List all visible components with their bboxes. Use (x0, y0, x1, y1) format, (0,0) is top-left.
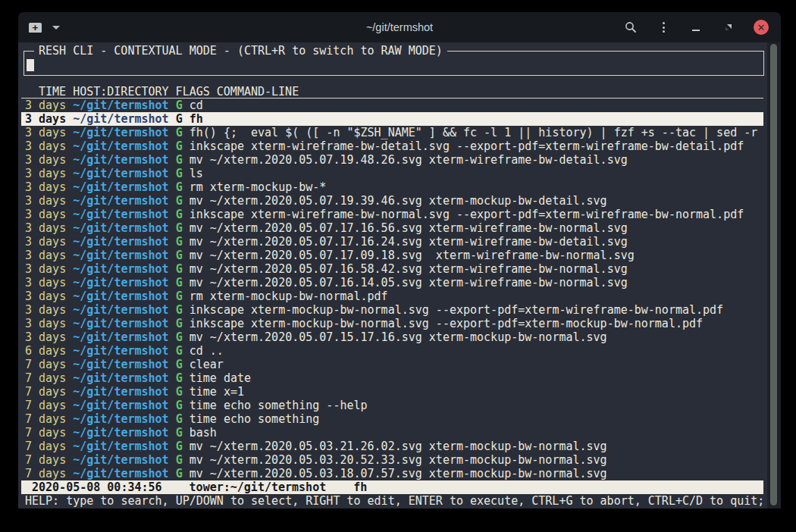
history-row[interactable]: 7 days ~/git/termshot G time echo someth… (21, 412, 763, 426)
titlebar[interactable]: + ~/git/termshot (18, 12, 781, 42)
history-row[interactable]: 3 days ~/git/termshot G mv ~/xterm.2020.… (21, 262, 763, 276)
status-bar: 2020-05-08 00:34:56tower:~/git/termshotf… (21, 480, 763, 494)
row-time: 7 days (25, 453, 66, 467)
history-row[interactable]: 7 days ~/git/termshot G time echo someth… (21, 399, 763, 412)
scrollbar-track[interactable] (767, 42, 781, 509)
row-time: 6 days (25, 344, 66, 358)
row-directory: ~/git/termshot (73, 194, 168, 208)
history-row[interactable]: 3 days ~/git/termshot G inkscape xterm-m… (21, 317, 763, 330)
row-directory: ~/git/termshot (73, 426, 168, 440)
row-time: 7 days (25, 385, 66, 399)
row-flags: G (176, 126, 183, 139)
row-flags: G (176, 262, 183, 276)
row-directory: ~/git/termshot (73, 235, 168, 249)
row-command: fh (190, 112, 203, 126)
history-row[interactable]: 3 days ~/git/termshot G ls (21, 167, 763, 180)
history-row[interactable]: 7 days ~/git/termshot G bash (21, 426, 763, 440)
row-command: ls (190, 167, 203, 180)
row-flags: G (176, 112, 183, 126)
row-flags: G (176, 180, 183, 194)
search-box-title: RESH CLI - CONTEXTUAL MODE - (CTRL+R to … (34, 44, 447, 58)
row-command: bash (190, 426, 217, 440)
row-directory: ~/git/termshot (73, 153, 168, 167)
history-row[interactable]: 3 days ~/git/termshot G inkscape xterm-w… (21, 208, 763, 221)
row-directory: ~/git/termshot (73, 167, 168, 180)
history-row[interactable]: 3 days ~/git/termshot G mv ~/xterm.2020.… (21, 153, 763, 167)
status-location: tower:~/git/termshot (190, 480, 327, 494)
scrollbar-thumb[interactable] (770, 44, 777, 505)
row-directory: ~/git/termshot (73, 412, 168, 426)
row-flags: G (176, 139, 183, 153)
history-row[interactable]: 3 days ~/git/termshot G mv ~/xterm.2020.… (21, 249, 763, 262)
chevron-down-icon[interactable] (52, 26, 60, 30)
row-command: time x=1 (190, 385, 244, 399)
history-row[interactable]: 7 days ~/git/termshot G time x=1 (21, 385, 763, 399)
row-command: cd (190, 99, 203, 112)
row-flags: G (176, 235, 183, 249)
row-command: mv ~/xterm.2020.05.07.19.48.26.svg xterm… (190, 153, 628, 167)
row-time: 3 days (25, 249, 66, 262)
row-command: rm xterm-mockup-bw-* (190, 180, 327, 194)
history-row[interactable]: 3 days ~/git/termshot G mv ~/xterm.2020.… (21, 276, 763, 289)
row-flags: G (176, 385, 183, 399)
history-row[interactable]: 7 days ~/git/termshot G time date (21, 371, 763, 385)
row-command: mv ~/xterm.2020.05.07.16.58.42.svg xterm… (190, 262, 628, 276)
history-row[interactable]: 3 days ~/git/termshot G inkscape xterm-m… (21, 303, 763, 317)
row-command: time echo something --help (190, 399, 368, 412)
row-directory: ~/git/termshot (73, 371, 168, 385)
row-flags: G (176, 344, 183, 358)
new-tab-button[interactable]: + (29, 23, 60, 33)
row-time: 3 days (25, 303, 66, 317)
row-flags: G (176, 167, 183, 180)
restore-icon (724, 23, 733, 32)
history-row[interactable]: 3 days ~/git/termshot G fh() {; eval $( … (21, 126, 763, 139)
row-time: 3 days (25, 330, 66, 344)
restore-button[interactable] (721, 18, 736, 36)
text-cursor (27, 59, 34, 71)
history-row[interactable]: 3 days ~/git/termshot G mv ~/xterm.2020.… (21, 194, 763, 208)
row-command: inkscape xterm-mockup-bw-normal.svg --ex… (190, 303, 723, 317)
history-row[interactable]: 7 days ~/git/termshot G mv ~/xterm.2020.… (21, 453, 763, 467)
history-row[interactable]: 7 days ~/git/termshot G mv ~/xterm.2020.… (21, 440, 763, 453)
status-command: fh (353, 480, 367, 494)
row-directory: ~/git/termshot (73, 303, 168, 317)
row-time: 3 days (25, 99, 66, 112)
terminal-content[interactable]: RESH CLI - CONTEXTUAL MODE - (CTRL+R to … (18, 42, 781, 509)
history-row[interactable]: 3 days ~/git/termshot G rm xterm-mockup-… (21, 289, 763, 303)
history-row[interactable]: 3 days ~/git/termshot G rm xterm-mockup-… (21, 180, 763, 194)
search-button[interactable] (623, 18, 638, 36)
row-command: mv ~/xterm.2020.05.03.21.26.02.svg xterm… (190, 440, 607, 453)
row-command: time echo something (190, 412, 320, 426)
window-title: ~/git/termshot (366, 12, 433, 42)
row-time: 7 days (25, 371, 66, 385)
row-directory: ~/git/termshot (73, 276, 168, 289)
row-command: inkscape xterm-wireframe-bw-detail.svg -… (190, 139, 744, 153)
minimize-button[interactable] (688, 18, 704, 36)
history-row[interactable]: 3 days ~/git/termshot G inkscape xterm-w… (21, 139, 763, 153)
row-directory: ~/git/termshot (73, 399, 168, 412)
row-time: 3 days (25, 276, 66, 289)
history-rows: 3 days ~/git/termshot G cd3 days ~/git/t… (21, 99, 763, 480)
row-flags: G (176, 399, 183, 412)
row-time: 7 days (25, 426, 66, 440)
row-flags: G (176, 453, 183, 467)
row-time: 7 days (25, 399, 66, 412)
history-row-selected[interactable]: 3 days ~/git/termshot G fh (21, 112, 763, 126)
history-row[interactable]: 3 days ~/git/termshot G mv ~/xterm.2020.… (21, 221, 763, 235)
history-row[interactable]: 6 days ~/git/termshot G cd .. (21, 344, 763, 358)
row-flags: G (176, 358, 183, 371)
history-row[interactable]: 7 days ~/git/termshot G clear (21, 358, 763, 371)
history-row[interactable]: 3 days ~/git/termshot G cd (21, 99, 763, 112)
row-command: rm xterm-mockup-bw-normal.pdf (190, 289, 388, 303)
history-row[interactable]: 3 days ~/git/termshot G mv ~/xterm.2020.… (21, 330, 763, 344)
history-row[interactable]: 3 days ~/git/termshot G mv ~/xterm.2020.… (21, 235, 763, 249)
menu-button[interactable] (656, 18, 671, 36)
close-icon: ✕ (757, 23, 766, 33)
history-row[interactable]: 7 days ~/git/termshot G mv ~/xterm.2020.… (21, 467, 763, 480)
help-line: HELP: type to search, UP/DOWN to select,… (21, 494, 763, 508)
new-tab-icon: + (29, 23, 42, 33)
close-button[interactable]: ✕ (754, 20, 769, 35)
row-time: 3 days (25, 112, 66, 126)
row-time: 3 days (25, 153, 66, 167)
row-time: 3 days (25, 208, 66, 221)
